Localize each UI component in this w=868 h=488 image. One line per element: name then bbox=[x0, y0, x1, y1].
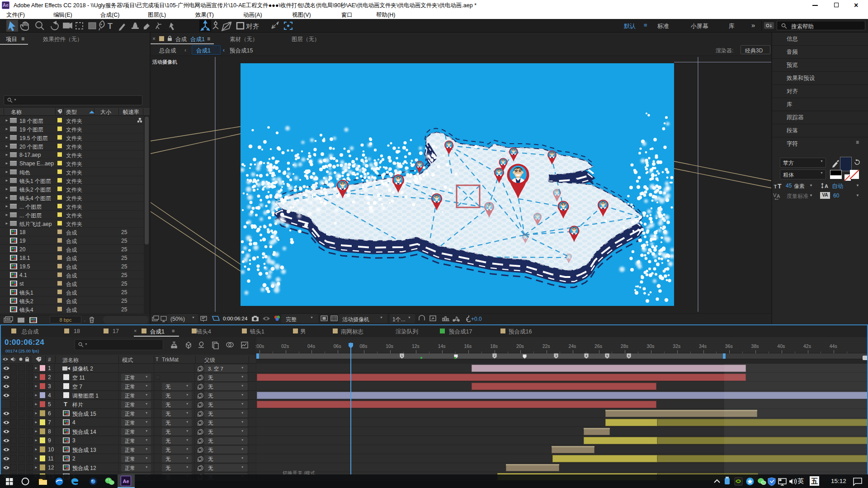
svg-text:3: 3 bbox=[555, 354, 557, 358]
svg-text:4: 4 bbox=[585, 354, 588, 358]
svg-text:A: A bbox=[777, 193, 780, 199]
svg-text:5: 5 bbox=[606, 354, 609, 358]
svg-text:1: 1 bbox=[401, 354, 403, 358]
svg-text:V: V bbox=[773, 192, 777, 198]
svg-text:对齐: 对齐 bbox=[246, 23, 259, 30]
svg-text:2: 2 bbox=[494, 354, 496, 358]
svg-text:T: T bbox=[108, 22, 113, 31]
svg-text:6: 6 bbox=[628, 354, 630, 358]
svg-text:A: A bbox=[825, 183, 828, 189]
